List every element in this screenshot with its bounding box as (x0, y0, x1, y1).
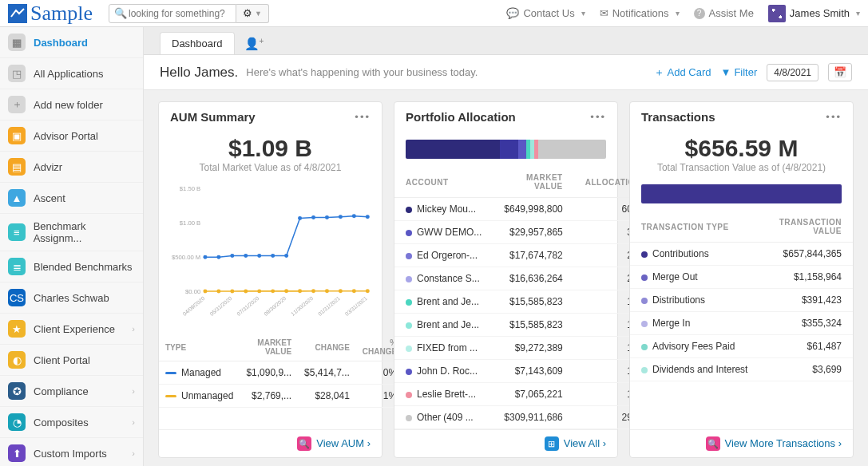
sidebar-item-label: Advisor Portal (34, 130, 98, 142)
table-row[interactable]: Unmanaged$2,769,...$28,0411% (159, 385, 403, 408)
aum-col-ch: CHANGE (298, 334, 356, 361)
portfolio-menu-button[interactable]: ••• (590, 111, 606, 123)
mountain-icon: ▲ (8, 189, 26, 207)
view-aum-link[interactable]: 🔍View AUM › (297, 437, 371, 449)
sidebar-item-client-portal[interactable]: ◐Client Portal (0, 345, 143, 376)
chevron-right-icon: › (367, 437, 371, 449)
greeting-bar: Hello James. Here's what's happening wit… (144, 55, 868, 90)
table-row[interactable]: Advisory Fees Paid$61,487 (630, 335, 853, 358)
svg-text:01/31/2021: 01/31/2021 (317, 295, 341, 317)
sidebar-item-label: Advizr (34, 161, 62, 173)
aum-chart: $1.50 B$1.00 B$500.00 M$0.0004/09/202005… (159, 180, 382, 334)
contact-us-link[interactable]: 💬 Contact Us (506, 7, 585, 19)
sidebar-item-charles-schwab[interactable]: CSCharles Schwab (0, 282, 143, 314)
table-row[interactable]: Other (409 ...$309,911,68629% (394, 406, 652, 429)
table-row[interactable]: Dividends and Interest$3,699 (630, 358, 853, 381)
filter-icon: ▼ (721, 66, 731, 78)
avatar-icon (768, 5, 786, 22)
table-row[interactable]: Contributions$657,844,365 (630, 243, 853, 266)
brand-mark-icon (8, 4, 27, 23)
sidebar-item-dashboard[interactable]: ▦Dashboard (0, 27, 143, 58)
table-row[interactable]: Merge Out$1,158,964 (630, 266, 853, 289)
svg-text:07/31/2020: 07/31/2020 (236, 295, 260, 317)
table-row[interactable]: FIXED from ...$9,272,3891% (394, 337, 652, 360)
gear-icon: ⚙ (243, 7, 252, 19)
portfolio-table: ACCOUNT MARKET VALUE ALLOCATION Mickey M… (394, 167, 652, 429)
svg-text:11/30/2020: 11/30/2020 (290, 295, 314, 317)
table-row[interactable]: GWW DEMO...$29,957,8653% (394, 221, 652, 244)
view-more-txn-label: View More Transactions (725, 437, 836, 449)
txn-table: TRANSACTION TYPE TRANSACTION VALUE Contr… (630, 211, 853, 381)
sidebar-item-composites[interactable]: ◔Composites› (0, 407, 143, 438)
help-icon: ? (694, 8, 705, 19)
add-card-button[interactable]: ＋Add Card (654, 65, 711, 80)
grid-icon: ▦ (8, 34, 26, 51)
sidebar-item-client-experience[interactable]: ★Client Experience› (0, 314, 143, 345)
sidebar-item-ascent[interactable]: ▲Ascent (0, 183, 143, 214)
table-row[interactable]: Ed Orgeron-...$17,674,7822% (394, 244, 652, 267)
table-row[interactable]: John D. Roc...$7,143,6091% (394, 360, 652, 383)
user-menu[interactable]: James Smith (768, 5, 860, 22)
sidebar-item-advizr[interactable]: ▤Advizr (0, 152, 143, 183)
cube-icon: ◳ (8, 65, 26, 82)
plus-icon: ＋ (654, 65, 664, 80)
table-row[interactable]: Managed$1,090,9...$5,414,7...0% (159, 361, 403, 385)
filter-button[interactable]: ▼Filter (721, 66, 758, 78)
date-input[interactable]: 4/8/2021 (767, 64, 818, 81)
table-row[interactable]: Merge In$355,324 (630, 312, 853, 335)
sidebar-item-benchmark-assignm[interactable]: ≡Benchmark Assignm... (0, 214, 143, 251)
txn-col-type: TRANSACTION TYPE (630, 211, 759, 243)
calendar-button[interactable]: 📅 (828, 63, 852, 81)
sidebar-item-label: Add new folder (34, 99, 103, 111)
view-all-link[interactable]: ⊞View All › (545, 437, 606, 449)
plus-icon: ＋ (8, 96, 26, 113)
assist-me-link[interactable]: ? Assist Me (694, 7, 754, 19)
sidebar-item-add-new-folder[interactable]: ＋Add new folder (0, 89, 143, 120)
search-input[interactable] (127, 7, 231, 20)
table-row[interactable]: Constance S...$16,636,2642% (394, 267, 652, 290)
sidebar-item-all-applications[interactable]: ◳All Applications (0, 58, 143, 89)
allocation-segment (518, 140, 526, 159)
table-row[interactable]: Brent and Je...$15,585,8231% (394, 290, 652, 314)
table-row[interactable]: Distributions$391,423 (630, 289, 853, 312)
table-row[interactable]: Mickey Mou...$649,998,80060% (394, 198, 652, 221)
aum-menu-button[interactable]: ••• (355, 111, 371, 123)
magnify-icon: 🔍 (297, 436, 311, 451)
aum-col-type: TYPE (159, 334, 240, 361)
card-transactions: Transactions ••• $656.59 M Total Transac… (629, 101, 854, 458)
table-row[interactable]: Brent and Je...$15,585,8231% (394, 314, 652, 337)
main: Dashboard 👤+ Hello James. Here's what's … (144, 27, 868, 466)
sidebar-item-label: Compliance (34, 385, 89, 397)
sidebar-item-label: Custom Imports (34, 448, 107, 460)
add-person-icon: 👤+ (244, 37, 264, 50)
sidebar-item-custom-imports[interactable]: ⬆Custom Imports› (0, 438, 143, 466)
search-box[interactable]: 🔍 (109, 4, 236, 23)
txn-title: Transactions (641, 110, 715, 124)
tab-bar: Dashboard 👤+ (144, 27, 868, 55)
view-more-txn-link[interactable]: 🔍View More Transactions › (706, 437, 842, 449)
star-icon: ★ (8, 320, 26, 338)
magnify-icon: 🔍 (706, 436, 720, 451)
txn-footer: 🔍View More Transactions › (630, 429, 853, 457)
portal-icon: ◐ (8, 351, 26, 369)
sidebar-item-label: Dashboard (34, 37, 88, 49)
view-aum-label: View AUM (316, 437, 364, 449)
tab-dashboard[interactable]: Dashboard (160, 32, 235, 54)
topbar: Sample 🔍 ⚙ ▼ 💬 Contact Us ✉ Notification… (0, 0, 868, 27)
txn-sub: Total Transaction Value as of (4/8/2021) (630, 162, 853, 173)
search-settings-button[interactable]: ⚙ ▼ (236, 4, 269, 23)
sidebar-item-blended-benchmarks[interactable]: ≣Blended Benchmarks (0, 251, 143, 282)
table-row[interactable]: Leslie Brett-...$7,065,2211% (394, 383, 652, 406)
chevron-right-icon: › (132, 417, 135, 427)
sidebar-item-label: Ascent (34, 192, 65, 204)
notifications-link[interactable]: ✉ Notifications (600, 7, 680, 19)
brand-logo[interactable]: Sample (8, 2, 93, 26)
sidebar-item-compliance[interactable]: ✪Compliance› (0, 376, 143, 407)
svg-text:$500.00 M: $500.00 M (172, 254, 200, 261)
paper-icon: ▤ (8, 158, 26, 176)
txn-menu-button[interactable]: ••• (826, 111, 842, 123)
svg-text:09/30/2020: 09/30/2020 (263, 295, 287, 317)
add-tab-button[interactable]: 👤+ (240, 34, 269, 54)
chevron-right-icon: › (132, 386, 135, 396)
sidebar-item-advisor-portal[interactable]: ▣Advisor Portal (0, 120, 143, 152)
